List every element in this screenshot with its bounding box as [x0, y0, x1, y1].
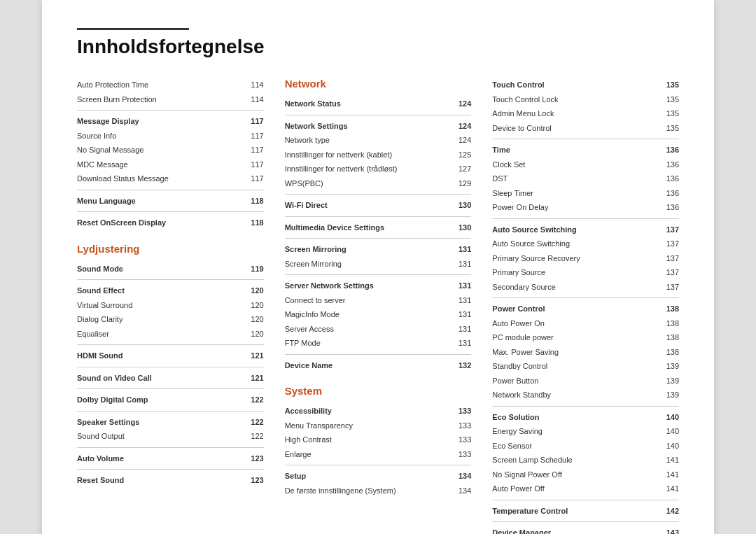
col2: NetworkNetwork Status124Network Settings…: [285, 78, 493, 534]
toc-page-num: 117: [244, 144, 264, 156]
toc-label: Sound Output: [77, 430, 125, 442]
divider: [492, 139, 679, 139]
divider: [285, 274, 472, 275]
toc-row: Network Standby139: [492, 388, 679, 402]
divider: [285, 216, 472, 217]
toc-label: Dialog Clarity: [77, 314, 122, 325]
section-title: Lydjustering: [77, 243, 264, 255]
toc-page-num: 122: [244, 394, 264, 406]
toc-page-num: 131: [451, 295, 471, 307]
toc-page-num: 120: [244, 328, 264, 340]
toc-label: Max. Power Saving: [492, 346, 559, 358]
toc-row: Temperature Control142: [492, 504, 679, 519]
toc-page-num: 117: [244, 115, 264, 127]
toc-label: Virtual Surround: [77, 300, 132, 311]
toc-row: Menu Language118: [77, 194, 264, 209]
toc-page-num: 118: [244, 217, 264, 229]
toc-label: Setup: [285, 470, 307, 482]
toc-label: Equaliser: [77, 328, 109, 340]
toc-page-num: 133: [451, 449, 471, 461]
toc-page-num: 140: [659, 440, 679, 452]
toc-row: Setup134: [285, 469, 472, 484]
divider: [77, 447, 264, 448]
divider: [492, 521, 679, 522]
toc-label: Auto Power Off: [492, 483, 544, 495]
toc-row: Eco Solution140: [492, 410, 679, 425]
toc-row: Network Status124: [285, 97, 472, 111]
toc-page-num: 131: [451, 258, 471, 270]
toc-page-num: 118: [244, 195, 264, 207]
toc-page-num: 121: [244, 350, 264, 362]
toc-row: HDMI Sound121: [77, 349, 264, 363]
toc-label: Temperature Control: [492, 505, 568, 517]
toc-row: Device to Control135: [492, 121, 679, 136]
toc-page-num: 138: [659, 346, 679, 358]
toc-label: Eco Sensor: [492, 440, 532, 452]
toc-page-num: 136: [659, 173, 679, 185]
divider: [492, 406, 679, 407]
toc-label: Speaker Settings: [77, 416, 139, 428]
toc-page-num: 142: [659, 505, 679, 517]
toc-page-num: 120: [244, 300, 264, 311]
toc-label: Standby Control: [492, 360, 547, 372]
toc-label: Primary Source: [492, 267, 545, 279]
toc-row: Innstillinger for nettverk (kablet)125: [285, 148, 472, 162]
toc-row: Admin Menu Lock135: [492, 106, 679, 121]
divider: [77, 367, 264, 367]
toc-page-num: 120: [244, 285, 264, 297]
toc-label: Clock Set: [492, 159, 525, 171]
col3: Touch Control135Touch Control Lock135Adm…: [492, 78, 679, 534]
toc-page-num: 138: [659, 332, 679, 344]
toc-page-num: 143: [659, 527, 679, 534]
toc-page-num: 114: [244, 94, 264, 106]
divider: [77, 411, 264, 412]
page-title: Innholdsfortegnelse: [77, 36, 679, 58]
toc-page-num: 133: [451, 405, 471, 417]
toc-page-num: 134: [451, 485, 471, 497]
toc-label: Admin Menu Lock: [492, 108, 554, 120]
toc-label: Server Access: [285, 323, 334, 335]
toc-label: Accessibility: [285, 405, 332, 417]
divider: [77, 110, 264, 111]
toc-label: No Signal Message: [77, 144, 144, 156]
toc-row: Screen Mirroring131: [285, 242, 472, 257]
toc-page-num: 139: [659, 389, 679, 401]
divider: [77, 388, 264, 389]
toc-label: Device Name: [285, 360, 333, 372]
toc-label: Dolby Digital Comp: [77, 394, 148, 406]
toc-label: Device to Control: [492, 122, 551, 134]
toc-label: FTP Mode: [285, 337, 321, 349]
toc-row: Equaliser120: [77, 327, 264, 342]
toc-label: Server Network Settings: [285, 280, 374, 292]
toc-label: Network Status: [285, 98, 341, 110]
toc-row: Auto Power On138: [492, 316, 679, 331]
toc-label: Download Status Message: [77, 173, 169, 185]
toc-row: Server Network Settings131: [285, 279, 472, 293]
toc-page-num: 123: [244, 453, 264, 465]
toc-row: Network type124: [285, 133, 472, 148]
toc-row: Accessibility133: [285, 404, 472, 419]
toc-row: Primary Source137: [492, 265, 679, 280]
toc-row: Reset OnScreen Display118: [77, 216, 264, 230]
toc-row: Multimedia Device Settings130: [285, 220, 472, 235]
toc-label: Secondary Source: [492, 281, 556, 293]
toc-page-num: 137: [659, 253, 679, 265]
toc-page-num: 122: [244, 416, 264, 428]
toc-label: Power Button: [492, 375, 538, 387]
toc-row: WPS(PBC)129: [285, 176, 472, 191]
toc-row: MagicInfo Mode131: [285, 307, 472, 322]
toc-page-num: 133: [451, 434, 471, 446]
toc-label: De første innstillingene (System): [285, 485, 396, 497]
toc-row: Secondary Source137: [492, 280, 679, 295]
toc-label: Auto Volume: [77, 453, 124, 465]
toc-label: Auto Protection Time: [77, 79, 148, 91]
toc-row: Time136: [492, 143, 679, 157]
toc-row: Touch Control135: [492, 78, 679, 92]
toc-row: Touch Control Lock135: [492, 92, 679, 107]
divider: [492, 500, 679, 500]
toc-page-num: 131: [451, 337, 471, 349]
toc-row: Wi-Fi Direct130: [285, 198, 472, 213]
toc-page-num: 137: [659, 238, 679, 250]
title-bar: [77, 28, 189, 30]
toc-label: Power Control: [492, 303, 545, 315]
